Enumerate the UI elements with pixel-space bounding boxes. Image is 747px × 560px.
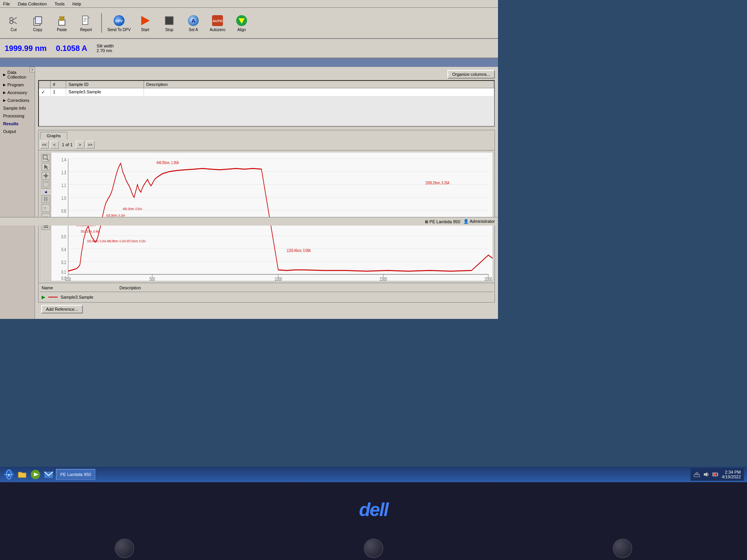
sidebar-item-results[interactable]: Results — [0, 120, 35, 128]
desktop: File Data Collection Tools Help Cut — [0, 0, 747, 560]
svg-text:500: 500 — [149, 276, 155, 281]
start-icon — [139, 14, 151, 27]
nav-first-button[interactable]: << — [40, 141, 49, 149]
svg-rect-90 — [696, 473, 698, 474]
report-button[interactable]: Report — [75, 11, 96, 35]
sidebar-item-processing[interactable]: Processing — [0, 112, 35, 120]
menu-file[interactable]: File — [2, 2, 12, 6]
align-button[interactable]: Align — [231, 11, 252, 35]
autozero-label: Autozero — [210, 28, 225, 32]
svg-text:2000: 2000 — [485, 276, 492, 281]
nav-prev-button[interactable]: < — [50, 141, 59, 149]
nav-next-button[interactable]: > — [76, 141, 84, 149]
graphs-tab[interactable]: Graphs — [40, 132, 67, 139]
sidebar-item-sample-info[interactable]: Sample Info — [0, 104, 35, 112]
set-a-button[interactable]: A Set A — [183, 11, 204, 35]
svg-rect-37 — [44, 227, 48, 228]
chart-scale-btn[interactable]: T — [42, 204, 50, 212]
physical-btn-2[interactable] — [364, 539, 383, 558]
absorbance-display: 0.1058 A — [56, 44, 87, 53]
autozero-icon: AUTO — [211, 14, 224, 27]
sidebar-item-accessory[interactable]: ▶ Accessory — [0, 89, 35, 96]
sidebar-label-processing: Processing — [3, 114, 24, 118]
autozero-button[interactable]: AUTO Autozero — [207, 11, 228, 35]
svg-text:1938.29nm, 0.26A: 1938.29nm, 0.26A — [425, 180, 449, 186]
menu-data-collection[interactable]: Data Collection — [16, 2, 49, 6]
chart-legend: Name Description ▶ Sample3.Sample — [39, 283, 494, 302]
taskbar-media-icon[interactable] — [30, 469, 41, 480]
menu-help[interactable]: Help — [71, 2, 83, 6]
send-dpv-button[interactable]: DPV Send To DPV — [107, 11, 132, 35]
main-content: × ▶ Data Collection ▶ Program ▶ Accessor… — [0, 67, 498, 319]
dell-logo: dell — [359, 499, 388, 520]
col-check — [39, 81, 51, 88]
svg-marker-13 — [88, 16, 90, 18]
chart-svg: 1.4 1.3 1.1 1.0 0.8 0.7 0.5 0.4 0.2 0.1 … — [51, 152, 493, 281]
chart-zoom-btn[interactable] — [42, 154, 50, 162]
sidebar-bullet-4: ▶ — [3, 98, 6, 102]
copy-button[interactable]: Copy — [27, 11, 48, 35]
svg-text:0.5: 0.5 — [61, 234, 66, 239]
svg-line-3 — [13, 21, 17, 24]
paste-label: Paste — [57, 28, 67, 32]
sidebar-label-output: Output — [3, 129, 16, 134]
svg-text:0.1: 0.1 — [61, 269, 66, 275]
taskbar-app-button[interactable]: PE Lambda 950 — [56, 469, 95, 480]
scissors-icon — [7, 14, 20, 27]
copy-icon — [32, 14, 44, 27]
svg-text:1.0: 1.0 — [61, 195, 66, 201]
cut-button[interactable]: Cut — [3, 11, 24, 35]
send-dpv-label: Send To DPV — [107, 28, 131, 32]
svg-text:1.3: 1.3 — [61, 170, 66, 175]
col-description: Description — [144, 81, 494, 88]
chart-crosshair-btn[interactable] — [42, 172, 50, 180]
set-a-icon: A — [187, 14, 200, 27]
clock-time: 2:34 PM — [722, 470, 741, 474]
svg-text:0.2: 0.2 — [61, 259, 66, 265]
chart-arrow-left[interactable]: ◄ — [44, 190, 48, 194]
table-row[interactable]: ✓ 1 Sample3.Sample — [39, 88, 494, 96]
sidebar-label-accessory: Accessory — [7, 90, 27, 95]
chart-left-icons: ◄ T — [40, 152, 51, 281]
checkmark-icon: ✓ — [41, 89, 45, 95]
chart-grid-btn[interactable] — [42, 195, 50, 203]
svg-text:1.4: 1.4 — [61, 157, 66, 162]
nav-last-button[interactable]: >> — [86, 141, 95, 149]
sidebar-bullet-1: ▶ — [3, 73, 6, 77]
page-label: 1 of 1 — [60, 142, 74, 147]
paste-button[interactable]: Paste — [51, 11, 72, 35]
status-pe-lambda: 🖥 PE Lambda 950 — [424, 219, 460, 224]
svg-text:0.8: 0.8 — [61, 208, 66, 214]
sidebar-item-output[interactable]: Output — [0, 128, 35, 135]
chart-cursor-btn[interactable] — [42, 163, 50, 171]
stop-icon — [163, 14, 175, 27]
physical-btn-1[interactable] — [115, 539, 134, 558]
physical-btn-3[interactable] — [613, 539, 632, 558]
start-button[interactable]: Start — [135, 11, 156, 35]
taskbar-send-icon[interactable] — [43, 469, 54, 480]
cell-num: 1 — [51, 88, 66, 96]
organize-columns-button[interactable]: Organize columns... — [447, 70, 495, 79]
taskbar-ie-icon[interactable]: e — [3, 469, 15, 480]
start-label: Start — [141, 28, 149, 32]
legend-line-icon — [48, 297, 58, 298]
sidebar-item-program[interactable]: ▶ Program — [0, 81, 35, 89]
sidebar-item-corrections[interactable]: ▶ Corrections — [0, 96, 35, 104]
chart-select-btn[interactable] — [42, 181, 50, 189]
sidebar-label-corrections: Corrections — [7, 98, 29, 103]
svg-text:T: T — [44, 206, 46, 210]
taskbar-battery-icon — [712, 471, 719, 478]
svg-point-0 — [10, 18, 13, 21]
add-reference-button[interactable]: Add Reference... — [41, 305, 83, 313]
svg-rect-95 — [713, 473, 716, 476]
svg-rect-94 — [717, 474, 718, 475]
toolbar-separator-1 — [101, 13, 102, 33]
sidebar-close-button[interactable]: × — [30, 67, 35, 72]
app-window: File Data Collection Tools Help Cut — [0, 0, 498, 319]
copy-label: Copy — [33, 28, 42, 32]
taskbar-folder-icon[interactable] — [16, 469, 28, 480]
menu-tools[interactable]: Tools — [53, 2, 66, 6]
svg-rect-36 — [44, 226, 48, 226]
stop-button[interactable]: Stop — [159, 11, 180, 35]
menu-bar: File Data Collection Tools Help — [0, 0, 498, 8]
